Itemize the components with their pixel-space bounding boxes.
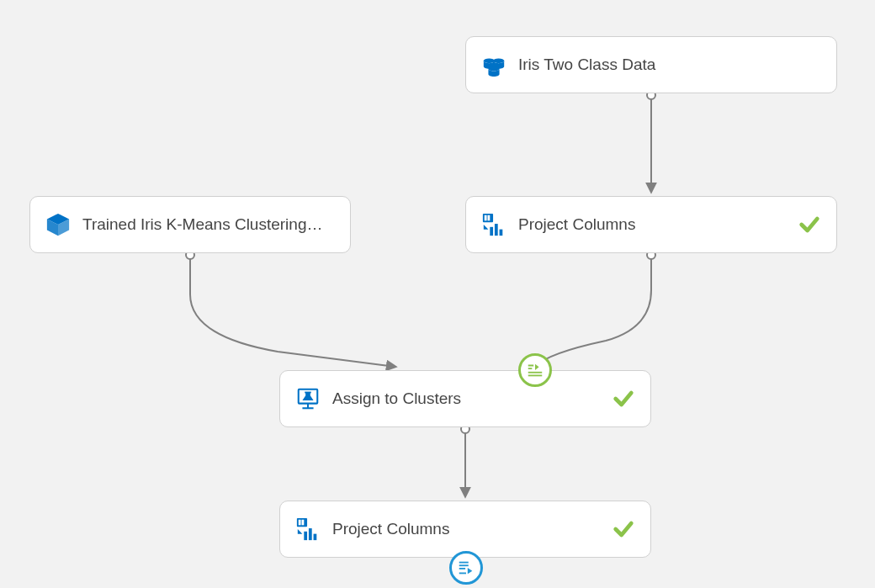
svg-rect-12 xyxy=(490,227,493,236)
check-icon xyxy=(612,387,635,411)
node-label: Iris Two Class Data xyxy=(518,56,821,74)
project-columns-icon xyxy=(295,516,321,542)
node-label: Assign to Clusters xyxy=(332,389,603,408)
node-iris-two-class-data[interactable]: Iris Two Class Data xyxy=(465,36,837,93)
svg-rect-25 xyxy=(528,372,543,373)
svg-rect-22 xyxy=(304,532,307,540)
node-label: Trained Iris K-Means Clustering… xyxy=(82,215,335,234)
svg-rect-11 xyxy=(488,215,491,221)
databases-icon xyxy=(481,52,506,77)
node-project-columns-2[interactable]: Project Columns xyxy=(279,501,651,558)
svg-rect-24 xyxy=(314,534,317,541)
svg-point-7 xyxy=(493,59,504,64)
node-project-columns-1[interactable]: Project Columns xyxy=(465,196,837,253)
node-label: Project Columns xyxy=(518,215,789,234)
svg-rect-20 xyxy=(299,520,301,526)
model-cube-icon xyxy=(45,212,71,237)
svg-rect-23 xyxy=(309,528,312,540)
svg-rect-26 xyxy=(528,375,543,377)
node-assign-to-clusters[interactable]: Assign to Clusters xyxy=(279,370,651,427)
svg-rect-16 xyxy=(305,392,311,394)
check-icon xyxy=(612,517,635,541)
svg-rect-28 xyxy=(459,564,469,566)
data-output-icon xyxy=(457,559,475,577)
svg-rect-10 xyxy=(485,215,487,221)
data-input-icon xyxy=(526,361,544,379)
svg-rect-29 xyxy=(459,568,465,569)
svg-rect-13 xyxy=(495,224,498,236)
output-port-badge[interactable] xyxy=(449,551,483,585)
svg-point-8 xyxy=(488,66,499,72)
node-label: Project Columns xyxy=(332,520,603,538)
check-icon xyxy=(798,213,821,236)
svg-point-6 xyxy=(484,59,495,64)
svg-rect-14 xyxy=(500,230,503,236)
project-columns-icon xyxy=(481,212,506,237)
svg-rect-21 xyxy=(302,520,305,526)
svg-rect-27 xyxy=(459,562,469,564)
svg-rect-30 xyxy=(459,573,466,575)
node-trained-iris-kmeans[interactable]: Trained Iris K-Means Clustering… xyxy=(29,196,351,253)
experiment-flask-icon xyxy=(295,386,321,411)
input-port-badge[interactable] xyxy=(518,353,552,387)
